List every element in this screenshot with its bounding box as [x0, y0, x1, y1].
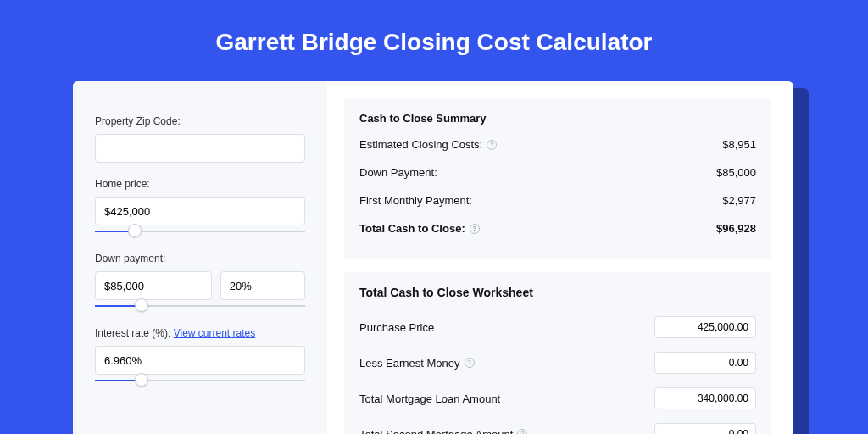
interest-input[interactable] [95, 346, 305, 375]
worksheet-heading: Total Cash to Close Worksheet [359, 286, 756, 299]
calculator-card: Property Zip Code: Home price: Down paym… [73, 81, 793, 434]
zip-input[interactable] [95, 134, 305, 163]
input-panel: Property Zip Code: Home price: Down paym… [73, 81, 327, 434]
summary-heading: Cash to Close Summary [359, 112, 756, 125]
worksheet-row: Purchase Price [359, 316, 756, 338]
summary-row-label: Down Payment: [359, 166, 437, 179]
down-payment-slider[interactable] [95, 300, 305, 312]
slider-thumb[interactable] [135, 298, 148, 312]
worksheet-input-mortgage-loan[interactable] [654, 387, 756, 409]
summary-row-label: First Monthly Payment: [359, 194, 472, 207]
summary-total-label: Total Cash to Close: [359, 222, 465, 235]
interest-slider[interactable] [95, 375, 305, 387]
worksheet-row: Total Second Mortgage Amount ? [359, 423, 756, 434]
home-price-label: Home price: [95, 178, 305, 190]
down-payment-input[interactable] [95, 271, 212, 300]
summary-row-label: Estimated Closing Costs: [359, 138, 482, 151]
field-down-payment: Down payment: [95, 253, 305, 312]
down-payment-label: Down payment: [95, 253, 305, 264]
worksheet-row: Less Earnest Money ? [359, 352, 756, 374]
zip-label: Property Zip Code: [95, 115, 305, 127]
worksheet-input-earnest-money[interactable] [654, 352, 756, 374]
page-title: Garrett Bridge Closing Cost Calculator [0, 0, 868, 75]
help-icon[interactable]: ? [465, 358, 475, 368]
results-panel: Cash to Close Summary Estimated Closing … [327, 81, 793, 434]
worksheet-row-label: Purchase Price [359, 321, 434, 334]
worksheet-row-label: Total Mortgage Loan Amount [359, 392, 500, 405]
interest-label-text: Interest rate (%): [95, 327, 174, 339]
worksheet-row-label: Total Second Mortgage Amount [359, 428, 513, 435]
slider-thumb[interactable] [128, 224, 142, 237]
summary-row-value: $2,977 [722, 194, 756, 207]
help-icon[interactable]: ? [487, 140, 497, 150]
summary-row: Estimated Closing Costs: ? $8,951 [359, 138, 756, 151]
worksheet-section: Total Cash to Close Worksheet Purchase P… [344, 272, 771, 434]
interest-label: Interest rate (%): View current rates [95, 327, 305, 339]
summary-total-value: $96,928 [716, 222, 756, 235]
worksheet-input-purchase-price[interactable] [654, 316, 756, 338]
summary-row: Down Payment: $85,000 [359, 166, 756, 179]
home-price-slider[interactable] [95, 225, 305, 237]
worksheet-row: Total Mortgage Loan Amount [359, 387, 756, 409]
slider-thumb[interactable] [135, 373, 148, 387]
summary-section: Cash to Close Summary Estimated Closing … [344, 98, 771, 259]
help-icon[interactable]: ? [470, 224, 480, 234]
view-rates-link[interactable]: View current rates [174, 327, 256, 339]
field-home-price: Home price: [95, 178, 305, 237]
worksheet-row-label: Less Earnest Money [359, 357, 460, 370]
worksheet-input-second-mortgage[interactable] [654, 423, 756, 434]
home-price-input[interactable] [95, 197, 305, 225]
down-payment-pct-input[interactable] [220, 271, 305, 300]
summary-row-value: $85,000 [716, 166, 756, 179]
help-icon[interactable]: ? [517, 429, 527, 434]
summary-row-value: $8,951 [722, 138, 756, 151]
summary-total-row: Total Cash to Close: ? $96,928 [359, 222, 756, 235]
summary-row: First Monthly Payment: $2,977 [359, 194, 756, 207]
field-interest-rate: Interest rate (%): View current rates [95, 327, 305, 387]
field-zip: Property Zip Code: [95, 115, 305, 163]
